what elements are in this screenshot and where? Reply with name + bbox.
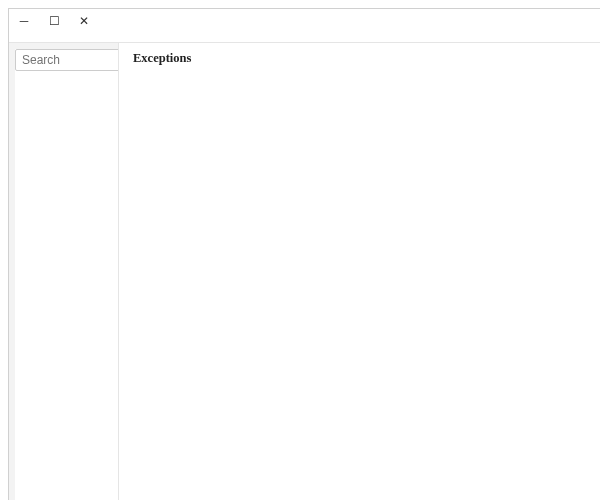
close-button[interactable]: ✕	[69, 9, 99, 33]
search-container	[15, 49, 119, 500]
titlebar: Vivaldi Settings: Privacy and Ads ─ ☐ ✕	[9, 9, 600, 43]
body: General Appearance Themes Start Page Tab…	[9, 43, 600, 500]
window-controls: ─ ☐ ✕	[9, 9, 600, 43]
sidebar: General Appearance Themes Start Page Tab…	[9, 43, 119, 500]
exceptions-heading: Exceptions	[133, 51, 600, 500]
main-panel: Exceptions Manage blocking level per sit…	[119, 43, 600, 500]
minimize-button[interactable]: ─	[9, 9, 39, 33]
settings-window: Vivaldi Settings: Privacy and Ads ─ ☐ ✕ …	[8, 8, 600, 500]
search-input[interactable]	[15, 49, 119, 71]
maximize-button[interactable]: ☐	[39, 9, 69, 33]
